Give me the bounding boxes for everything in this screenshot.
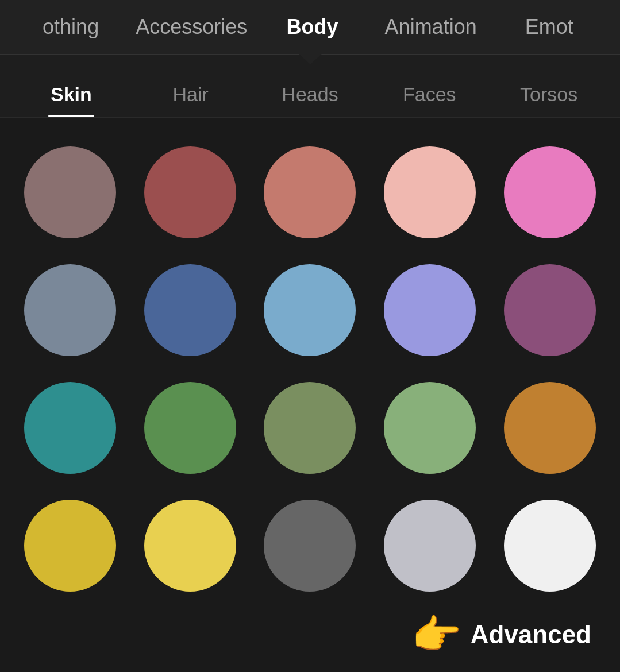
- color-swatch-15[interactable]: [504, 382, 596, 474]
- subnav-skin[interactable]: Skin: [11, 83, 131, 117]
- nav-item-emote[interactable]: Emot: [490, 3, 609, 51]
- color-swatch-2[interactable]: [144, 146, 236, 238]
- color-swatch-13[interactable]: [264, 382, 356, 474]
- subnav-faces[interactable]: Faces: [369, 83, 489, 117]
- nav-item-animation[interactable]: Animation: [372, 3, 490, 51]
- color-swatch-18[interactable]: [264, 500, 356, 592]
- nav-item-accessories[interactable]: Accessories: [130, 3, 253, 51]
- top-navigation: othing Accessories Body Animation Emot: [0, 0, 620, 55]
- color-swatch-12[interactable]: [144, 382, 236, 474]
- color-swatch-9[interactable]: [384, 264, 476, 356]
- color-swatch-16[interactable]: [24, 500, 116, 592]
- nav-item-body[interactable]: Body: [253, 3, 371, 51]
- color-swatch-10[interactable]: [504, 264, 596, 356]
- color-swatch-7[interactable]: [144, 264, 236, 356]
- color-swatch-6[interactable]: [24, 264, 116, 356]
- subnav-hair[interactable]: Hair: [131, 83, 251, 117]
- subnav-torsos[interactable]: Torsos: [489, 83, 609, 117]
- subnav-heads[interactable]: Heads: [251, 83, 370, 117]
- color-swatch-1[interactable]: [24, 146, 116, 238]
- advanced-section: 👉 Advanced: [0, 609, 620, 672]
- color-swatch-8[interactable]: [264, 264, 356, 356]
- color-swatch-14[interactable]: [384, 382, 476, 474]
- advanced-label[interactable]: Advanced: [471, 620, 591, 649]
- color-swatch-3[interactable]: [264, 146, 356, 238]
- pointing-hand-icon: 👉: [411, 615, 461, 655]
- color-swatch-11[interactable]: [24, 382, 116, 474]
- color-swatch-5[interactable]: [504, 146, 596, 238]
- nav-item-clothing[interactable]: othing: [11, 3, 130, 51]
- skin-color-grid: [0, 118, 620, 609]
- color-swatch-20[interactable]: [504, 500, 596, 592]
- color-swatch-4[interactable]: [384, 146, 476, 238]
- color-swatch-19[interactable]: [384, 500, 476, 592]
- color-swatch-17[interactable]: [144, 500, 236, 592]
